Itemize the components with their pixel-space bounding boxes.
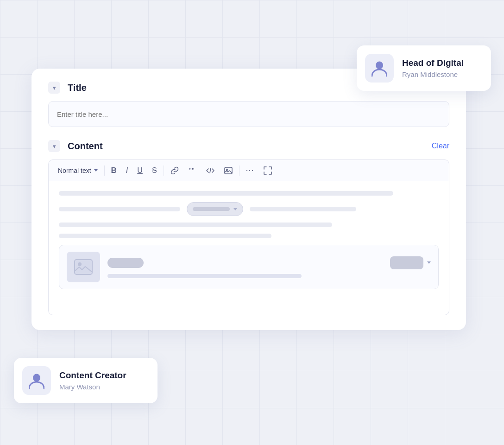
image-embed-block <box>59 245 439 289</box>
toolbar-divider <box>104 165 105 176</box>
user-card-head-of-digital: Head of Digital Ryan Middlestone <box>357 45 491 91</box>
person-icon <box>29 372 44 389</box>
strikethrough-button[interactable]: S <box>147 164 162 178</box>
chevron-down-icon: ▾ <box>53 143 56 150</box>
editor-toolbar: Normal text B I U S " " <box>48 159 449 181</box>
strikethrough-label: S <box>152 166 157 175</box>
quote-icon: " " <box>188 166 196 175</box>
underline-label: U <box>137 166 143 175</box>
skeleton-row <box>59 202 439 216</box>
text-style-dropdown[interactable]: Normal text <box>53 165 102 177</box>
svg-point-7 <box>78 262 82 266</box>
content-label: Content <box>68 141 103 152</box>
clear-button[interactable]: Clear <box>432 142 449 150</box>
title-label: Title <box>68 83 87 93</box>
code-button[interactable] <box>201 164 220 178</box>
user-info: Content Creator Mary Watson <box>59 370 126 391</box>
svg-rect-4 <box>225 167 232 174</box>
skeleton-line <box>250 207 356 211</box>
image-icon <box>224 166 233 175</box>
italic-button[interactable]: I <box>121 164 132 178</box>
quote-button[interactable]: " " <box>183 164 201 178</box>
svg-point-8 <box>33 374 40 382</box>
user-role: Content Creator <box>59 370 126 381</box>
image-placeholder <box>67 252 100 282</box>
image-block-content <box>107 256 431 278</box>
skeleton-line <box>59 234 271 238</box>
skeleton-line <box>59 191 393 196</box>
link-icon <box>170 166 179 175</box>
title-input[interactable] <box>48 101 449 127</box>
image-title-skeleton <box>107 258 144 268</box>
fullscreen-button[interactable] <box>259 164 277 178</box>
skeleton-pill <box>187 202 243 216</box>
image-block-actions <box>390 256 431 269</box>
chevron-down-icon <box>94 169 98 172</box>
image-action-button-skeleton <box>390 256 423 269</box>
image-block-title-bar <box>107 256 431 269</box>
user-role: Head of Digital <box>402 58 464 69</box>
user-name: Ryan Middlestone <box>402 70 464 78</box>
svg-rect-6 <box>75 260 92 274</box>
user-name: Mary Watson <box>59 383 126 391</box>
content-section: ▾ Content Clear Normal text B I U S <box>32 140 466 315</box>
toolbar-divider-3 <box>239 165 239 176</box>
avatar <box>365 54 394 83</box>
user-card-content-creator: Content Creator Mary Watson <box>14 358 158 403</box>
chevron-down-icon <box>233 208 237 210</box>
editor-body[interactable] <box>48 181 449 315</box>
skeleton-pill-content <box>193 207 230 211</box>
svg-text:": " <box>192 167 195 174</box>
chevron-down-icon <box>427 261 431 264</box>
avatar <box>22 366 51 395</box>
svg-line-3 <box>210 168 211 173</box>
svg-point-5 <box>226 169 227 170</box>
more-label: ··· <box>246 165 254 175</box>
skeleton-line <box>59 222 332 227</box>
image-placeholder-icon <box>74 259 93 275</box>
svg-point-0 <box>376 62 383 70</box>
content-collapse-button[interactable]: ▾ <box>48 140 60 152</box>
bold-button[interactable]: B <box>107 163 121 178</box>
title-collapse-button[interactable]: ▾ <box>48 82 60 94</box>
link-button[interactable] <box>166 164 183 178</box>
user-info: Head of Digital Ryan Middlestone <box>402 58 464 78</box>
person-icon <box>372 59 387 77</box>
text-style-label: Normal text <box>58 167 91 174</box>
content-header: ▾ Content Clear <box>48 140 449 152</box>
chevron-down-icon: ▾ <box>53 84 56 91</box>
fullscreen-icon <box>264 166 272 175</box>
image-sub-skeleton <box>107 274 302 278</box>
image-button[interactable] <box>220 164 237 178</box>
skeleton-line <box>59 207 180 211</box>
more-button[interactable]: ··· <box>241 163 259 178</box>
toolbar-divider-2 <box>164 165 164 176</box>
main-editor-card: ▾ Title ▾ Content Clear Normal text B I … <box>32 69 466 330</box>
svg-text:": " <box>189 167 192 174</box>
code-icon <box>206 166 215 175</box>
underline-button[interactable]: U <box>132 164 147 178</box>
